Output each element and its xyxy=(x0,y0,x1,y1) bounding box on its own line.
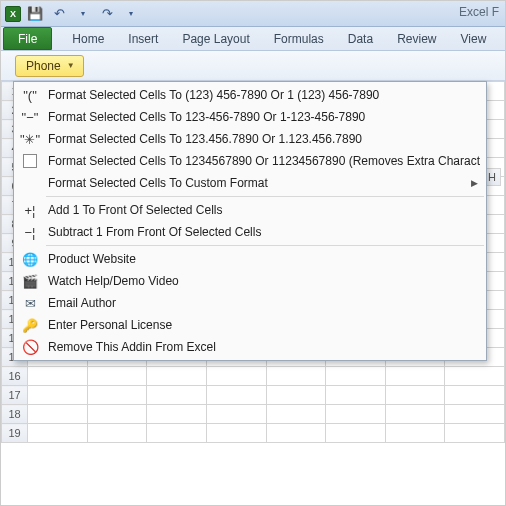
cell[interactable] xyxy=(385,424,445,443)
phone-dropdown-menu: "(" Format Selected Cells To (123) 456-7… xyxy=(13,81,487,361)
menu-subtract-one[interactable]: −¦ Subtract 1 From Front Of Selected Cel… xyxy=(14,221,486,243)
cell[interactable] xyxy=(87,367,147,386)
video-icon: 🎬 xyxy=(18,272,42,290)
cell[interactable] xyxy=(326,405,386,424)
phone-dropdown-button[interactable]: Phone ▼ xyxy=(15,55,84,77)
parens-icon: "(" xyxy=(18,86,42,104)
blank-icon xyxy=(18,174,42,192)
cell[interactable] xyxy=(87,386,147,405)
cell[interactable] xyxy=(147,405,207,424)
row-header[interactable]: 18 xyxy=(2,405,28,424)
submenu-arrow-icon: ▶ xyxy=(471,178,480,188)
row-header[interactable]: 16 xyxy=(2,367,28,386)
undo-dropdown-icon[interactable]: ▾ xyxy=(73,4,93,24)
chevron-down-icon: ▼ xyxy=(67,61,75,70)
minus-prefix-icon: −¦ xyxy=(18,223,42,241)
cell[interactable] xyxy=(445,424,505,443)
cell[interactable] xyxy=(385,367,445,386)
menu-watch-video[interactable]: 🎬 Watch Help/Demo Video xyxy=(14,270,486,292)
tab-formulas[interactable]: Formulas xyxy=(262,27,336,50)
cell[interactable] xyxy=(385,386,445,405)
menu-enter-license[interactable]: 🔑 Enter Personal License xyxy=(14,314,486,336)
asterisk-icon: "✳" xyxy=(18,130,42,148)
cell[interactable] xyxy=(87,405,147,424)
mail-icon: ✉ xyxy=(18,294,42,312)
redo-icon[interactable]: ↷ xyxy=(97,4,117,24)
qat-customize-icon[interactable]: ▾ xyxy=(121,4,141,24)
cell[interactable] xyxy=(445,367,505,386)
cell[interactable] xyxy=(326,386,386,405)
dash-icon: "−" xyxy=(18,108,42,126)
addin-toolbar: Phone ▼ xyxy=(1,51,505,81)
cell[interactable] xyxy=(266,405,326,424)
ribbon-tabs: File Home Insert Page Layout Formulas Da… xyxy=(1,27,505,51)
menu-separator xyxy=(46,245,484,246)
cell[interactable] xyxy=(147,386,207,405)
cell[interactable] xyxy=(445,405,505,424)
tab-data[interactable]: Data xyxy=(336,27,385,50)
menu-product-website[interactable]: 🌐 Product Website xyxy=(14,248,486,270)
phone-button-label: Phone xyxy=(26,59,61,73)
menu-remove-addin[interactable]: 🚫 Remove This Addin From Excel xyxy=(14,336,486,358)
cell[interactable] xyxy=(385,405,445,424)
menu-format-parens[interactable]: "(" Format Selected Cells To (123) 456-7… xyxy=(14,84,486,106)
cell[interactable] xyxy=(147,367,207,386)
cell[interactable] xyxy=(28,386,88,405)
cell[interactable] xyxy=(28,367,88,386)
plus-prefix-icon: +¦ xyxy=(18,201,42,219)
cell[interactable] xyxy=(266,424,326,443)
tab-page-layout[interactable]: Page Layout xyxy=(170,27,261,50)
cell[interactable] xyxy=(326,367,386,386)
globe-icon: 🌐 xyxy=(18,250,42,268)
forbidden-icon: 🚫 xyxy=(18,338,42,356)
file-tab[interactable]: File xyxy=(3,27,52,50)
window-title: Excel F xyxy=(459,5,499,19)
menu-format-custom[interactable]: Format Selected Cells To Custom Format ▶ xyxy=(14,172,486,194)
cell[interactable] xyxy=(326,424,386,443)
row-header[interactable]: 17 xyxy=(2,386,28,405)
cell[interactable] xyxy=(28,405,88,424)
undo-icon[interactable]: ↶ xyxy=(49,4,69,24)
cell[interactable] xyxy=(28,424,88,443)
menu-format-dash[interactable]: "−" Format Selected Cells To 123-456-789… xyxy=(14,106,486,128)
cell[interactable] xyxy=(445,386,505,405)
title-bar: X 💾 ↶ ▾ ↷ ▾ Excel F xyxy=(1,1,505,27)
excel-app-icon[interactable]: X xyxy=(5,6,21,22)
tab-home[interactable]: Home xyxy=(60,27,116,50)
key-icon: 🔑 xyxy=(18,316,42,334)
cell[interactable] xyxy=(266,386,326,405)
tab-insert[interactable]: Insert xyxy=(116,27,170,50)
row-header[interactable]: 19 xyxy=(2,424,28,443)
cell[interactable] xyxy=(206,405,266,424)
cell[interactable] xyxy=(147,424,207,443)
menu-add-one[interactable]: +¦ Add 1 To Front Of Selected Cells xyxy=(14,199,486,221)
menu-format-plain[interactable]: Format Selected Cells To 1234567890 Or 1… xyxy=(14,150,486,172)
menu-email-author[interactable]: ✉ Email Author xyxy=(14,292,486,314)
tab-view[interactable]: View xyxy=(449,27,499,50)
menu-separator xyxy=(46,196,484,197)
save-icon[interactable]: 💾 xyxy=(25,4,45,24)
cell[interactable] xyxy=(266,367,326,386)
cell[interactable] xyxy=(206,424,266,443)
quick-access-toolbar: X 💾 ↶ ▾ ↷ ▾ xyxy=(5,4,141,24)
cell[interactable] xyxy=(206,367,266,386)
tab-review[interactable]: Review xyxy=(385,27,448,50)
menu-format-dot[interactable]: "✳" Format Selected Cells To 123.456.789… xyxy=(14,128,486,150)
box-icon xyxy=(18,152,42,170)
cell[interactable] xyxy=(206,386,266,405)
cell[interactable] xyxy=(87,424,147,443)
